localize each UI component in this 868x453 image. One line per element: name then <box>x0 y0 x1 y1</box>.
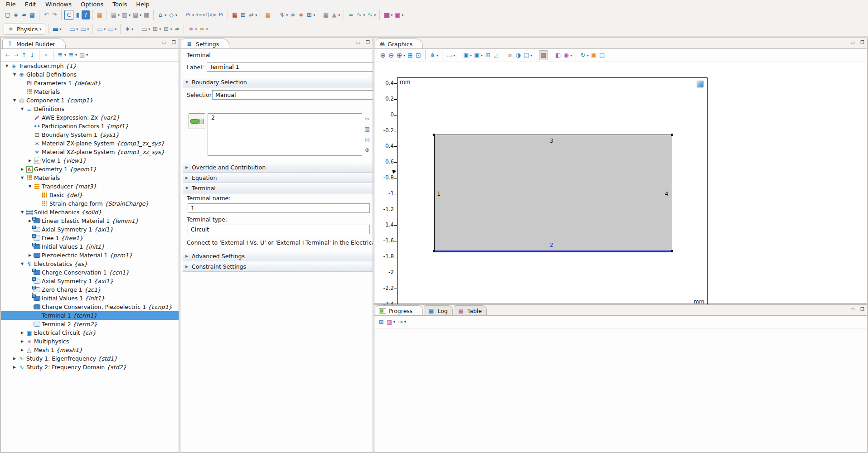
window-layout-icon-dropdown[interactable]: ▾ <box>140 13 141 17</box>
section-constraint[interactable]: ▶ Constraint Settings <box>183 261 373 272</box>
study-menu-icon-dropdown[interactable]: ▾ <box>363 13 365 17</box>
minimize-button[interactable]: ▭ <box>356 40 360 45</box>
variables-icon[interactable]: a= <box>195 10 203 19</box>
progress-detail-icon[interactable]: ▥ <box>385 318 393 327</box>
update-solution-icon[interactable]: C <box>64 10 73 20</box>
move-up-icon[interactable]: ↑ <box>20 51 28 60</box>
reset-desktop-icon-dropdown[interactable]: ▾ <box>165 13 166 17</box>
node-label-icon-dropdown[interactable]: ▾ <box>86 53 88 57</box>
tree-expander-icon[interactable]: ▶ <box>27 159 33 163</box>
geometry-menu-icon-dropdown[interactable]: ▾ <box>175 13 177 17</box>
multiphysics-attribute-icon[interactable]: ∗ <box>187 24 195 34</box>
go-forward-icon[interactable]: → <box>12 51 20 60</box>
refresh-material-icon[interactable]: ⇄ <box>247 10 255 19</box>
load-group-icon[interactable]: ▭ <box>140 24 148 34</box>
vertex-marker[interactable] <box>671 134 673 136</box>
model-builder-tab[interactable]: ⊺ Model Builder <box>2 39 66 49</box>
folder-group-icon[interactable]: ▰ <box>173 24 181 34</box>
copy-selection-icon[interactable]: ▥ <box>364 125 371 133</box>
multiphysics-attribute-icon-dropdown[interactable]: ▾ <box>195 27 197 31</box>
tree-item-parameters-1[interactable]: PiParameters 1{default} <box>1 79 179 87</box>
boundary-attribute-icon[interactable]: ▭ <box>68 24 76 34</box>
zoom-extents-icon[interactable]: ⊞ <box>406 51 414 60</box>
point-attribute-icon-dropdown[interactable]: ▾ <box>115 27 116 31</box>
window-new-icon[interactable]: ▤ <box>110 10 118 19</box>
menu-edit[interactable]: Edit <box>21 1 40 8</box>
mesh-menu-icon-dropdown[interactable]: ▾ <box>338 13 340 17</box>
equation-attribute-icon[interactable]: = <box>198 24 206 34</box>
restore-button[interactable]: ❒ <box>860 40 864 45</box>
node-label-icon[interactable]: ▥ <box>78 51 86 60</box>
hide-objects-icon[interactable]: ⌀ <box>506 51 514 60</box>
view-orientation-icon-dropdown[interactable]: ▾ <box>436 53 438 58</box>
tree-expander-icon[interactable]: ▼ <box>19 107 25 111</box>
environment-icon[interactable]: ◉ <box>562 51 570 60</box>
window-settings-icon[interactable]: ▥ <box>121 10 129 19</box>
tree-expander-icon[interactable]: ▶ <box>19 348 25 352</box>
selection-list-item[interactable]: 2 <box>208 114 362 121</box>
minimize-button[interactable]: ▭ <box>162 40 166 45</box>
import-physics-icon[interactable]: ⊞ <box>305 10 313 19</box>
selection-list[interactable]: 2 <box>208 113 362 156</box>
section-boundary-selection[interactable]: ▼ Boundary Selection <box>183 77 373 87</box>
tree-item-initial-values-1[interactable]: Initial Values 1{init1} <box>1 294 179 303</box>
collapse-all-icon[interactable]: ≣ <box>56 51 64 60</box>
tree-item-view-1[interactable]: ▶View 1{view1} <box>1 156 179 165</box>
section-terminal[interactable]: ▼ Terminal <box>183 183 373 193</box>
vertex-marker[interactable] <box>433 134 435 136</box>
tree-item-basic[interactable]: Basic{def} <box>1 191 179 199</box>
settings-tab[interactable]: ≣ Settings <box>182 39 229 49</box>
edge-attribute-icon[interactable]: ▭ <box>96 24 104 34</box>
restore-button[interactable]: ❒ <box>860 307 864 312</box>
import-physics-icon-dropdown[interactable]: ▾ <box>313 13 315 17</box>
color-theme-icon-dropdown[interactable]: ▾ <box>391 13 393 17</box>
section-advanced[interactable]: ▶ Advanced Settings <box>183 251 373 261</box>
add-study-icon[interactable]: ∿ <box>366 10 374 19</box>
compute-icon[interactable]: = <box>347 10 355 19</box>
select-mode-icon-dropdown[interactable]: ▾ <box>470 53 472 58</box>
layers-icon[interactable]: ▣ <box>393 10 402 19</box>
redo-icon[interactable]: ↷ <box>50 10 58 19</box>
tree-item-awe-expression-zx[interactable]: AWE Expression: Zx{var1} <box>1 113 179 122</box>
clip-view-icon[interactable]: ▤ <box>522 51 530 60</box>
tree-expander-icon[interactable]: ▶ <box>11 365 18 369</box>
boundary-attribute-icon-dropdown[interactable]: ▾ <box>76 27 78 31</box>
load-group-icon-dropdown[interactable]: ▾ <box>148 27 150 31</box>
build-mesh-icon[interactable]: ▦ <box>322 10 330 19</box>
box-select-icon[interactable]: ⊞ <box>484 51 492 60</box>
layers-icon-dropdown[interactable]: ▾ <box>402 13 403 17</box>
geometry-domain[interactable] <box>434 135 672 251</box>
study-menu-icon[interactable]: ∿ <box>355 10 363 19</box>
expand-all-icon-dropdown[interactable]: ▾ <box>75 53 77 57</box>
tree-item-materials[interactable]: Materials <box>1 87 179 96</box>
undo-icon[interactable]: ↶ <box>42 10 50 19</box>
go-back-icon[interactable]: ← <box>4 51 12 60</box>
geometry-menu-icon[interactable]: ◇ <box>167 10 175 19</box>
group-select-icon-dropdown[interactable]: ▾ <box>481 53 483 58</box>
vertex-marker[interactable] <box>671 250 673 252</box>
tree-item-axial-symmetry-1[interactable]: Axial Symmetry 1{axi1} <box>1 225 179 234</box>
add-study-icon-dropdown[interactable]: ▾ <box>374 13 376 17</box>
tree-item-boundary-system-1[interactable]: ⊡Boundary System 1{sys1} <box>1 130 179 139</box>
new-file-icon[interactable]: ▢ <box>4 10 12 19</box>
parameters-icon[interactable]: Pi <box>184 10 192 19</box>
domain-attribute-icon[interactable]: ▬ <box>51 24 59 34</box>
zoom-menu-icon-dropdown[interactable]: ▾ <box>403 53 405 58</box>
mesh-menu-icon[interactable]: ▲ <box>330 10 338 19</box>
progress-table-icon[interactable]: ⊞ <box>377 318 385 327</box>
boundary-render-icon[interactable]: ▭ <box>445 51 453 60</box>
tree-item-material-zx-plane-system[interactable]: ∗Material ZX-plane System{comp1_zx_sys} <box>1 139 179 148</box>
boundary-render-icon-dropdown[interactable]: ▾ <box>453 53 455 58</box>
tree-item-electrical-circuit[interactable]: ▶▣Electrical Circuit{cir} <box>1 328 179 337</box>
zoom-out-icon[interactable]: ⊖ <box>387 51 395 60</box>
tree-item-transducer[interactable]: ▼Transducer{mat3} <box>1 182 179 191</box>
tree-expander-icon[interactable]: ▼ <box>19 210 25 214</box>
tree-expander-icon[interactable]: ▼ <box>11 98 18 102</box>
tree-item-initial-values-1[interactable]: Initial Values 1{init1} <box>1 242 179 251</box>
tree-item-charge-conservation-1[interactable]: Charge Conservation 1{ccn1} <box>1 268 179 277</box>
physics-interface-icon[interactable]: ∗ <box>289 10 297 19</box>
plot-corner-icon[interactable] <box>697 81 703 87</box>
add-multiphysics-icon[interactable]: ▦ <box>264 10 272 19</box>
tree-item-linear-elastic-material-1[interactable]: ▶Linear Elastic Material 1{lemm1} <box>1 217 179 225</box>
tree-expander-icon[interactable]: ▶ <box>19 339 25 343</box>
